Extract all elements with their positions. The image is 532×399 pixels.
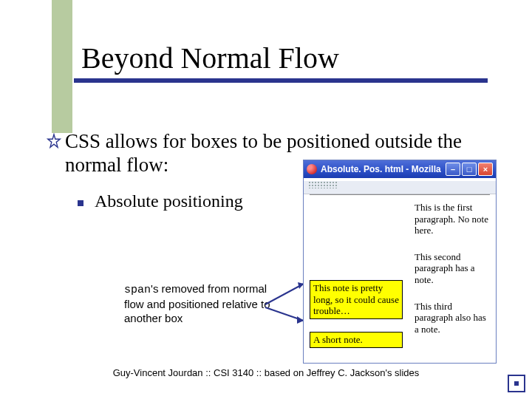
caption-code: span xyxy=(124,284,151,296)
window-title: Absolute. Pos. html - Mozilla xyxy=(321,164,444,174)
minimize-button[interactable]: – xyxy=(446,163,460,176)
sub-bullet-text: Absolute positioning xyxy=(95,191,243,211)
arrows-icon xyxy=(262,272,308,331)
browser-content: This is the first paragraph. No note her… xyxy=(304,194,496,363)
maximize-button[interactable]: □ xyxy=(462,163,477,176)
svg-rect-6 xyxy=(514,381,519,386)
slide-title: Beyond Normal Flow xyxy=(52,41,488,75)
title-underline xyxy=(74,78,488,83)
slide-title-area: Beyond Normal Flow xyxy=(52,41,488,83)
slide-footer: Guy-Vincent Jourdan :: CSI 3140 :: based… xyxy=(0,367,532,378)
svg-marker-0 xyxy=(48,134,61,147)
content-rule xyxy=(310,194,490,198)
square-bullet-icon xyxy=(78,200,83,206)
note-box: This note is pretty long, so it could ca… xyxy=(310,280,403,319)
svg-line-1 xyxy=(265,284,304,304)
browser-titlebar: Absolute. Pos. html - Mozilla – □ × xyxy=(304,160,496,178)
favicon-icon xyxy=(307,164,317,174)
paragraph: This is the first paragraph. No note her… xyxy=(415,202,488,236)
note-box: A short note. xyxy=(310,332,403,348)
paragraph: This third paragraph also has a note. xyxy=(415,301,488,335)
paragraph-column: This is the first paragraph. No note her… xyxy=(415,202,488,349)
paragraph: This second paragraph has a note. xyxy=(415,251,488,286)
corner-decoration-icon xyxy=(507,374,526,393)
close-button[interactable]: × xyxy=(478,163,493,176)
caption-text: span's removed from normal flow and posi… xyxy=(124,282,272,325)
star-bullet-icon xyxy=(46,133,62,149)
browser-window: Absolute. Pos. html - Mozilla – □ × This… xyxy=(303,160,497,364)
browser-toolbar xyxy=(304,181,496,194)
toolbar-grip-icon xyxy=(308,181,338,188)
